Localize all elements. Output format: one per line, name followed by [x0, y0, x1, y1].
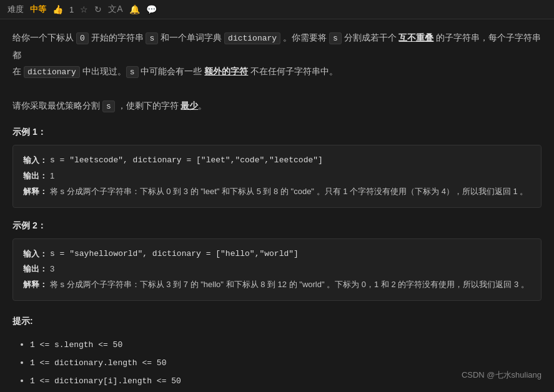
example1-input-line: 输入： s = "leetscode", dictionary = ["leet…: [23, 153, 531, 169]
comment-icon[interactable]: 💬: [146, 4, 157, 14]
example2-input-line: 输入： s = "sayhelloworld", dictionary = ["…: [23, 247, 531, 262]
hint-item-4: dictionary[i] 和 s 只包含小写英文字母。: [30, 390, 542, 392]
main-content: 给你一个下标从 0 开始的字符串 s 和一个单词字典 dictionary 。你…: [0, 19, 554, 392]
example1-explain-line: 解释： 将 s 分成两个子字符串：下标从 0 到 3 的 "leet" 和下标从…: [23, 184, 531, 200]
example1-explain-text: 将 s 分成两个子字符串：下标从 0 到 3 的 "leet" 和下标从 5 到…: [50, 184, 528, 200]
problem-description: 给你一个下标从 0 开始的字符串 s 和一个单词字典 dictionary 。你…: [12, 29, 542, 114]
hints-title: 提示:: [12, 313, 542, 329]
desc-text-11: 请你采取最优策略分割: [12, 100, 102, 110]
example1-explain-label: 解释：: [23, 184, 47, 200]
example2-explain-label: 解释：: [23, 277, 47, 293]
star-icon[interactable]: ☆: [80, 4, 88, 14]
desc-text-2: 开始的字符串: [89, 32, 146, 42]
hint-text-1: 1 <= s.length <= 50: [30, 340, 122, 350]
desc-code-s2: s: [329, 32, 342, 44]
desc-code-s1: s: [146, 32, 158, 44]
example2-output-val: 3: [50, 262, 54, 277]
translate-icon[interactable]: 文A: [108, 4, 122, 15]
thumb-up-icon[interactable]: 👍: [52, 4, 63, 14]
bell-icon[interactable]: 🔔: [129, 4, 140, 14]
desc-code-s3: s: [126, 66, 139, 78]
desc-code-0: 0: [76, 32, 89, 44]
desc-highlight-overlap: 互不重叠: [398, 32, 433, 42]
desc-highlight-min: 最少: [181, 100, 198, 110]
desc-code-dict1: dictionary: [224, 32, 280, 44]
example1-box: 输入： s = "leetscode", dictionary = ["leet…: [12, 145, 542, 207]
hint-item-2: 1 <= dictionary.length <= 50: [30, 353, 542, 371]
top-bar: 难度 中等 👍 1 ☆ ↻ 文A 🔔 💬: [0, 0, 554, 19]
desc-text-9: 中可能会有一些: [139, 66, 205, 76]
desc-highlight-extra: 额外的字符: [204, 66, 248, 76]
example2-box: 输入： s = "sayhelloworld", dictionary = ["…: [12, 238, 542, 301]
example2-title: 示例 2：: [12, 218, 542, 233]
hint-text-2: 1 <= dictionary.length <= 50: [30, 358, 166, 368]
example1-output-val: 1: [50, 169, 54, 184]
difficulty-label: 难度: [7, 4, 24, 15]
desc-text-4: 。你需要将: [280, 32, 329, 42]
example1-output-label: 输出：: [23, 169, 47, 184]
hint-item-1: 1 <= s.length <= 50: [30, 335, 542, 353]
desc-code-dict2: dictionary: [24, 66, 80, 78]
watermark: CSDN @七水shuliang: [462, 370, 542, 381]
hint-text-3: 1 <= dictionary[i].length <= 50: [30, 376, 181, 386]
example2-explain-line: 解释： 将 s 分成两个子字符串：下标从 3 到 7 的 "hello" 和下标…: [23, 277, 531, 293]
refresh-icon[interactable]: ↻: [94, 4, 102, 14]
example2-input-label: 输入：: [23, 247, 47, 262]
example2-output-label: 输出：: [23, 262, 47, 277]
hints-list: 1 <= s.length <= 50 1 <= dictionary.leng…: [12, 335, 542, 392]
example1-input-label: 输入：: [23, 153, 47, 169]
desc-text-10: 不在任何子字符串中。: [248, 66, 338, 76]
example2-explain-text: 将 s 分成两个子字符串：下标从 3 到 7 的 "hello" 和下标从 8 …: [50, 277, 529, 293]
difficulty-value[interactable]: 中等: [30, 4, 46, 15]
desc-text-8: 中出现过。: [80, 66, 126, 76]
example1-title: 示例 1：: [12, 124, 542, 140]
example1-input-val: s = "leetscode", dictionary = ["leet","c…: [50, 153, 323, 169]
desc-text-7: 在: [12, 66, 24, 76]
desc-text-12: ，使剩下的字符: [115, 100, 181, 110]
example1-output-line: 输出： 1: [23, 169, 531, 184]
desc-text-3: 和一个单词字典: [158, 32, 224, 42]
desc-code-s4: s: [102, 100, 115, 112]
example2-input-val: s = "sayhelloworld", dictionary = ["hell…: [50, 247, 299, 262]
desc-text-5: 分割成若干个: [342, 32, 399, 42]
example2-output-line: 输出： 3: [23, 262, 531, 277]
desc-text-1: 给你一个下标从: [12, 32, 76, 42]
likes-count: 1: [69, 5, 74, 14]
desc-text-13: 。: [198, 100, 207, 110]
